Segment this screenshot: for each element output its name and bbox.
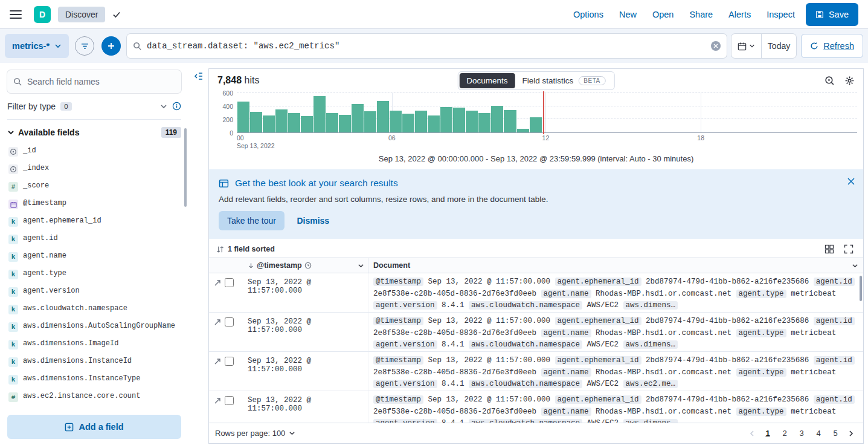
close-icon[interactable] <box>847 178 855 185</box>
collapse-sidebar-icon[interactable] <box>193 71 203 81</box>
field-name: agent.id <box>23 234 58 243</box>
previous-page-icon[interactable] <box>746 430 758 437</box>
field-badge: agent.version <box>373 380 437 388</box>
histogram-bar[interactable] <box>352 104 364 132</box>
query-input[interactable] <box>147 41 706 51</box>
expand-document-icon[interactable] <box>214 397 221 404</box>
chevron-down-icon[interactable] <box>852 262 858 269</box>
histogram-bar[interactable] <box>402 114 414 132</box>
tab-documents[interactable]: Documents <box>459 73 515 88</box>
histogram-bar[interactable] <box>288 113 300 133</box>
gear-icon[interactable] <box>844 76 855 86</box>
document-cell: @timestamp Sep 13, 2022 @ 11:57:00.000 a… <box>368 352 863 391</box>
field-name: _index <box>23 164 49 173</box>
timestamp-column-header[interactable]: @timestamp <box>244 258 368 273</box>
expand-document-icon[interactable] <box>214 358 221 365</box>
field-item[interactable]: kagent.type <box>7 265 181 283</box>
histogram-bar[interactable] <box>453 108 465 132</box>
field-item[interactable]: kaws.dimensions.InstanceType <box>7 371 181 388</box>
field-search-input[interactable] <box>27 77 175 86</box>
sidebar-scrollbar[interactable] <box>184 128 187 207</box>
field-item[interactable]: kaws.cloudwatch.namespace <box>7 300 181 318</box>
chevron-down-icon[interactable] <box>358 262 364 269</box>
row-checkbox[interactable] <box>225 396 234 405</box>
histogram-bar[interactable] <box>517 129 529 133</box>
histogram-bar[interactable] <box>237 102 249 132</box>
checkmark-icon[interactable] <box>112 10 121 19</box>
histogram-bar[interactable] <box>530 117 542 132</box>
sorted-fields-button[interactable]: 1 field sorted <box>216 245 275 253</box>
take-the-tour-button[interactable]: Take the tour <box>219 211 285 230</box>
chart-options-icon[interactable] <box>825 76 835 86</box>
field-item[interactable]: kagent.version <box>7 283 181 300</box>
field-item[interactable]: _id <box>7 143 181 160</box>
histogram-bar[interactable] <box>491 106 503 132</box>
histogram-bar[interactable] <box>440 107 452 132</box>
display-options-icon[interactable] <box>825 244 834 254</box>
expand-document-icon[interactable] <box>214 319 221 326</box>
row-checkbox[interactable] <box>225 357 234 366</box>
filter-menu-button[interactable] <box>75 36 94 56</box>
field-item[interactable]: kaws.dimensions.AutoScalingGroupName <box>7 318 181 336</box>
add-filter-button[interactable] <box>101 36 121 56</box>
histogram-bar[interactable] <box>504 110 516 132</box>
histogram-bar[interactable] <box>313 96 326 132</box>
histogram-bar[interactable] <box>275 109 288 132</box>
refresh-button[interactable]: Refresh <box>801 34 863 58</box>
field-item[interactable]: kagent.id <box>7 230 181 248</box>
page-button-3[interactable]: 3 <box>794 426 809 441</box>
histogram-bar[interactable] <box>377 101 389 132</box>
histogram-bar[interactable] <box>390 111 402 132</box>
field-item[interactable]: _index <box>7 160 181 178</box>
nav-link-new[interactable]: New <box>619 10 637 19</box>
page-button-2[interactable]: 2 <box>777 426 792 441</box>
date-range-button[interactable]: Today <box>761 34 796 58</box>
add-field-button[interactable]: Add a field <box>7 415 181 439</box>
next-page-icon[interactable] <box>845 430 857 437</box>
nav-link-options[interactable]: Options <box>573 10 603 19</box>
dismiss-button[interactable]: Dismiss <box>297 216 329 226</box>
clear-query-icon[interactable] <box>711 41 721 51</box>
field-item[interactable]: kagent.ephemeral_id <box>7 213 181 230</box>
date-quick-select-button[interactable] <box>731 34 761 58</box>
row-checkbox[interactable] <box>225 278 234 287</box>
menu-icon[interactable] <box>10 10 22 19</box>
histogram-bar[interactable] <box>415 111 427 132</box>
histogram-bar[interactable] <box>250 112 262 132</box>
space-avatar[interactable]: D <box>34 6 51 23</box>
document-column-header[interactable]: Document <box>368 261 863 270</box>
row-checkbox[interactable] <box>225 317 234 326</box>
field-item[interactable]: kaws.dimensions.ImageId <box>7 336 181 353</box>
nav-link-share[interactable]: Share <box>689 10 713 19</box>
field-item[interactable]: kagent.name <box>7 248 181 265</box>
field-item[interactable]: #_score <box>7 178 181 195</box>
fullscreen-icon[interactable] <box>844 244 854 254</box>
page-button-4[interactable]: 4 <box>811 426 826 441</box>
available-fields-header[interactable]: Available fields 119 <box>7 120 181 143</box>
field-item[interactable]: @timestamp <box>7 195 181 213</box>
field-item[interactable]: #aws.ec2.instance.core.count <box>7 388 181 406</box>
nav-link-open[interactable]: Open <box>652 10 674 19</box>
table-scrollbar[interactable] <box>860 276 862 301</box>
nav-link-alerts[interactable]: Alerts <box>728 10 751 19</box>
page-button-1[interactable]: 1 <box>760 426 775 441</box>
breadcrumb[interactable]: Discover <box>58 7 105 22</box>
filter-by-type-select[interactable]: Filter by type 0 <box>7 102 167 111</box>
histogram-bar[interactable] <box>263 115 275 132</box>
histogram-bar[interactable] <box>478 113 490 133</box>
histogram-bar[interactable] <box>364 111 376 132</box>
tab-field-statistics[interactable]: Field statistics BETA <box>515 73 613 88</box>
expand-document-icon[interactable] <box>214 279 221 287</box>
histogram-bar[interactable] <box>339 115 351 132</box>
field-item[interactable]: kaws.dimensions.InstanceId <box>7 353 181 371</box>
page-button-5[interactable]: 5 <box>828 426 843 441</box>
nav-link-inspect[interactable]: Inspect <box>767 10 795 19</box>
histogram-bar[interactable] <box>326 113 338 133</box>
histogram-bar[interactable] <box>466 111 478 132</box>
histogram-bar[interactable] <box>428 115 440 132</box>
save-button[interactable]: Save <box>806 3 858 26</box>
info-icon[interactable] <box>172 102 181 111</box>
rows-per-page-button[interactable]: Rows per page: 100 <box>215 429 295 438</box>
data-view-picker[interactable]: metrics-* <box>5 34 69 58</box>
histogram-bar[interactable] <box>301 116 313 132</box>
